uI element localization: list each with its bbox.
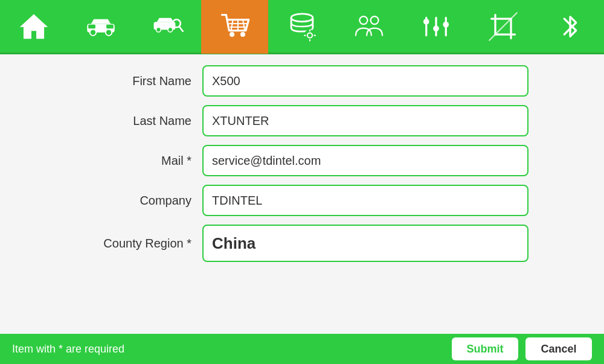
svg-point-6	[156, 27, 161, 32]
nav-car[interactable]	[67, 0, 134, 54]
required-note: Item with * are required	[12, 343, 124, 356]
nav-crop[interactable]	[470, 0, 537, 54]
first-name-label: First Name	[76, 74, 202, 88]
svg-point-25	[371, 16, 379, 24]
car-icon	[85, 11, 117, 42]
settings-icon	[420, 11, 452, 42]
svg-line-14	[243, 19, 245, 30]
svg-point-15	[230, 31, 234, 36]
svg-point-29	[423, 19, 429, 25]
county-region-input[interactable]	[202, 225, 528, 262]
company-input[interactable]	[202, 185, 528, 216]
nav-home[interactable]	[0, 0, 67, 54]
cancel-button[interactable]: Cancel	[525, 337, 592, 360]
svg-point-1	[89, 29, 95, 35]
database-icon	[286, 11, 318, 42]
mail-label: Mail *	[76, 154, 202, 168]
county-region-label: County Region *	[76, 237, 202, 251]
svg-point-16	[240, 31, 245, 36]
last-name-input[interactable]	[202, 105, 528, 136]
county-region-row: County Region *	[76, 225, 528, 262]
company-label: Company	[76, 194, 202, 208]
submit-button[interactable]: Submit	[452, 337, 518, 360]
bluetooth-icon	[554, 11, 586, 42]
company-row: Company	[76, 185, 528, 216]
nav-database[interactable]	[268, 0, 335, 54]
navbar	[0, 0, 604, 54]
svg-point-7	[168, 27, 173, 32]
last-name-label: Last Name	[76, 114, 202, 128]
svg-point-30	[433, 25, 439, 31]
svg-point-31	[443, 21, 449, 27]
nav-car-search[interactable]	[134, 0, 201, 54]
users-icon	[353, 11, 385, 42]
svg-rect-4	[106, 24, 114, 28]
svg-line-36	[490, 13, 518, 40]
footer-buttons: Submit Cancel	[452, 337, 592, 360]
nav-shop[interactable]	[201, 0, 268, 54]
svg-point-17	[291, 13, 313, 21]
first-name-input[interactable]	[202, 65, 528, 97]
svg-rect-3	[88, 24, 95, 28]
home-icon	[18, 11, 50, 42]
crop-icon	[487, 11, 519, 42]
first-name-row: First Name	[76, 65, 528, 97]
last-name-row: Last Name	[76, 105, 528, 136]
nav-settings[interactable]	[403, 0, 470, 54]
mail-row: Mail *	[76, 145, 528, 176]
footer: Item with * are required Submit Cancel	[0, 334, 604, 364]
svg-line-9	[179, 27, 183, 31]
main-form: First Name Last Name Mail * Company Coun…	[0, 54, 604, 334]
mail-input[interactable]	[202, 145, 528, 176]
svg-point-2	[105, 29, 111, 35]
shop-icon	[219, 11, 251, 42]
car-search-icon	[152, 11, 184, 42]
svg-point-24	[359, 16, 367, 24]
nav-bluetooth[interactable]	[537, 0, 604, 54]
svg-line-12	[231, 19, 233, 30]
nav-users[interactable]	[336, 0, 403, 54]
